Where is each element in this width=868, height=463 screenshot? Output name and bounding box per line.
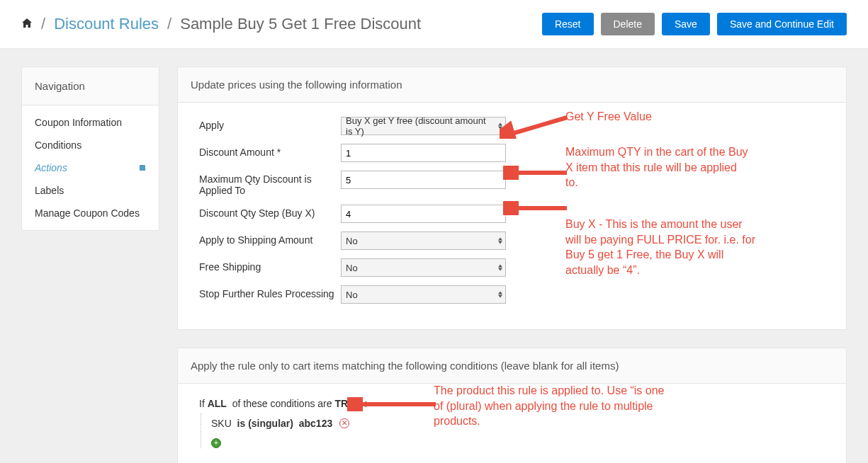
- label-discount-amount: Discount Amount *: [199, 144, 341, 158]
- chevron-updown-icon: [498, 265, 502, 271]
- panel-conditions: Apply the rule only to cart items matchi…: [177, 348, 847, 463]
- select-value: No: [346, 236, 358, 246]
- breadcrumb-link-discount-rules[interactable]: Discount Rules: [54, 15, 159, 33]
- delete-button[interactable]: Delete: [601, 13, 655, 35]
- annotation-arrow: [503, 166, 570, 180]
- breadcrumb-sep: /: [41, 15, 45, 33]
- sidebar-item-label: Coupon Information: [35, 117, 122, 128]
- sidebar-item-label: Actions: [35, 162, 67, 173]
- sidebar-item-label: Manage Coupon Codes: [35, 207, 140, 219]
- select-stop-rules[interactable]: No: [341, 285, 506, 304]
- annotation-arrow: [500, 110, 570, 139]
- remove-condition-icon[interactable]: ✕: [339, 418, 349, 428]
- label-qty-step: Discount Qty Step (Buy X): [199, 205, 341, 219]
- annotation-arrow: [503, 201, 570, 215]
- label-max-qty: Maximum Qty Discount is Applied To: [199, 171, 341, 196]
- select-free-shipping[interactable]: No: [341, 258, 506, 277]
- sidebar-item-labels[interactable]: Labels: [22, 179, 159, 202]
- select-value: No: [346, 290, 358, 300]
- topbar: / Discount Rules / Sample Buy 5 Get 1 Fr…: [0, 0, 868, 49]
- page-title: Sample Buy 5 Get 1 Free Discount: [180, 15, 421, 33]
- condition-header: If ALL of these conditions are TRUE :: [199, 398, 825, 409]
- select-value: No: [346, 263, 358, 273]
- sidebar-item-label: Conditions: [35, 139, 81, 151]
- sidebar-item-manage-coupon[interactable]: Manage Coupon Codes: [22, 202, 159, 224]
- input-discount-amount[interactable]: [341, 144, 506, 162]
- input-max-qty[interactable]: [341, 171, 506, 189]
- select-value: Buy X get Y free (discount amount is Y): [346, 115, 490, 137]
- cond-text: of these conditions are: [232, 398, 332, 409]
- sidebar-item-label: Labels: [35, 185, 64, 196]
- cond-attr[interactable]: SKU: [211, 418, 232, 429]
- changed-indicator-icon: [139, 162, 146, 173]
- cond-text: If: [199, 398, 205, 409]
- select-apply-shipping[interactable]: No: [341, 232, 506, 250]
- sidebar-item-coupon-info[interactable]: Coupon Information: [22, 111, 159, 134]
- label-apply-shipping: Apply to Shipping Amount: [199, 232, 341, 246]
- label-stop-rules: Stop Further Rules Processing: [199, 285, 341, 299]
- annotation-arrow: [347, 397, 439, 411]
- page-body: Navigation Coupon Information Conditions…: [0, 49, 868, 463]
- cond-all-toggle[interactable]: ALL: [208, 398, 227, 409]
- label-free-shipping: Free Shipping: [199, 258, 341, 273]
- action-buttons: Reset Delete Save Save and Continue Edit: [542, 13, 847, 35]
- sidebar: Navigation Coupon Information Conditions…: [21, 67, 159, 463]
- panel-title: Apply the rule only to cart items matchi…: [178, 348, 846, 384]
- add-condition-icon[interactable]: +: [211, 438, 221, 448]
- reset-button[interactable]: Reset: [542, 13, 594, 35]
- main-content: Update prices using the following inform…: [177, 67, 847, 463]
- sidebar-item-conditions[interactable]: Conditions: [22, 134, 159, 156]
- cond-value[interactable]: abc123: [299, 418, 332, 429]
- save-continue-button[interactable]: Save and Continue Edit: [717, 13, 847, 35]
- save-button[interactable]: Save: [662, 13, 710, 35]
- select-apply[interactable]: Buy X get Y free (discount amount is Y): [341, 117, 506, 135]
- panel-title: Update prices using the following inform…: [178, 67, 846, 103]
- sidebar-title: Navigation: [22, 67, 159, 105]
- input-qty-step[interactable]: [341, 205, 506, 223]
- chevron-updown-icon: [498, 238, 502, 244]
- svg-line-0: [507, 118, 567, 135]
- home-icon[interactable]: [21, 15, 33, 33]
- breadcrumb: / Discount Rules / Sample Buy 5 Get 1 Fr…: [21, 15, 542, 33]
- sidebar-item-actions[interactable]: Actions: [22, 156, 159, 179]
- cond-operator[interactable]: is (singular): [237, 418, 293, 429]
- condition-row: SKU is (singular) abc123 ✕: [201, 413, 825, 432]
- label-apply: Apply: [199, 117, 341, 131]
- panel-update-prices: Update prices using the following inform…: [177, 67, 847, 330]
- chevron-updown-icon: [498, 292, 502, 298]
- breadcrumb-sep: /: [167, 15, 171, 33]
